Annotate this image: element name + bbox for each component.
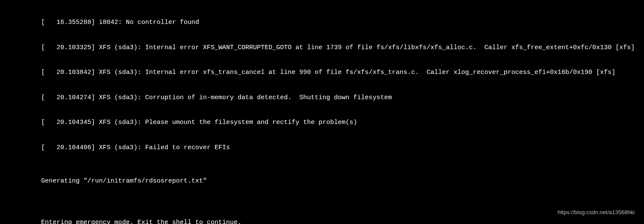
watermark-text: https://blog.csdn.net/a13568hki — [558, 209, 635, 216]
console-line: [ 20.103325] XFS (sda3): Internal error … — [41, 44, 644, 52]
terminal-output: [ 16.355288] i8042: No controller found … — [41, 2, 644, 224]
console-line: [ 16.355288] i8042: No controller found — [41, 18, 644, 27]
console-line: Generating "/run/initramfs/rdsosreport.t… — [41, 177, 644, 186]
console-line: [ 20.103842] XFS (sda3): Internal error … — [41, 68, 644, 77]
console-line: Entering emergency mode. Exit the shell … — [41, 218, 644, 224]
console-line: [ 20.104274] XFS (sda3): Corruption of i… — [41, 94, 644, 102]
console-line: [ 20.104406] XFS (sda3): Failed to recov… — [41, 144, 644, 152]
console-line: [ 20.104345] XFS (sda3): Please umount t… — [41, 118, 644, 127]
